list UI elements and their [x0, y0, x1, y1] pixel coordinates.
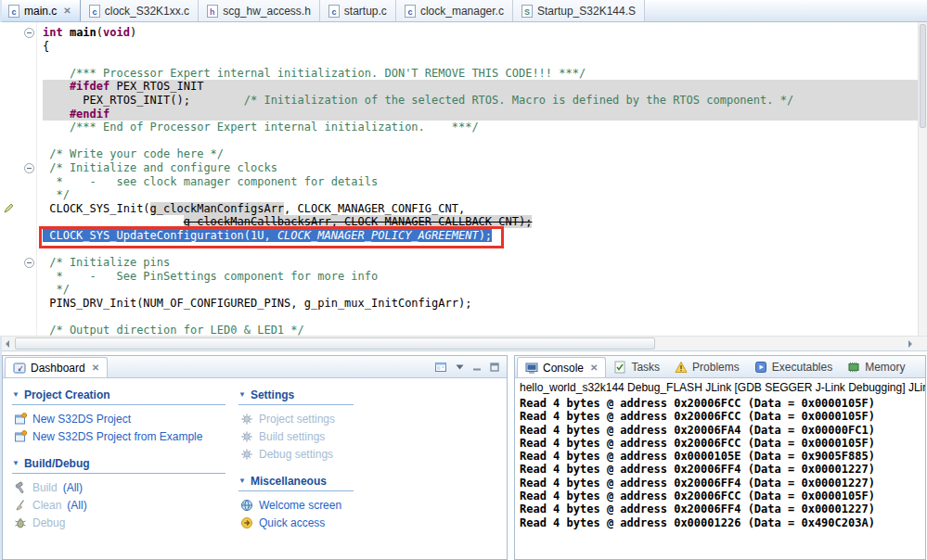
code-line-22[interactable] — [43, 310, 918, 324]
gutter-marker-icon — [3, 202, 15, 214]
editor-tab-clock-manager-c[interactable]: cclock_manager.c — [396, 0, 513, 21]
new-s32ds-project-from-example-link[interactable]: New S32DS Project from Example — [32, 430, 202, 443]
settings-icon — [240, 413, 253, 426]
console-title: hello_world_s32k144 Debug_FLASH JLink [G… — [515, 378, 925, 395]
code-line-4[interactable]: /*** Processor Expert internal initializ… — [43, 67, 918, 81]
dashboard-view: Dashboard ✕ ▼Project CreationNew S32DS P… — [2, 355, 508, 560]
tab-memory[interactable]: Memory — [840, 357, 912, 377]
editor-tab-startup-c[interactable]: cstartup.c — [320, 0, 396, 21]
new-project-icon — [14, 430, 27, 443]
c-file-icon: c — [405, 5, 416, 18]
collapse-triangle-icon: ▼ — [238, 477, 246, 485]
maximize-icon[interactable] — [490, 363, 499, 372]
tab-label: Tasks — [631, 361, 660, 374]
console-output[interactable]: Read 4 bytes @ address 0x20006FCC (Data … — [515, 395, 925, 529]
code-line-18[interactable]: /* Initialize pins — [43, 256, 918, 270]
code-line-9[interactable] — [43, 134, 918, 148]
dashboard-item-project-settings: Project settings — [238, 410, 507, 427]
clean-all-link[interactable]: (All) — [67, 499, 86, 512]
collapse-triangle-icon: ▼ — [238, 390, 246, 399]
code-line-8[interactable]: /*** End of Processor Expert internal in… — [43, 121, 918, 134]
close-tab-icon[interactable]: ✕ — [63, 6, 71, 16]
code-line-7[interactable]: #endif — [43, 108, 918, 121]
tab-console[interactable]: Console✕ — [517, 357, 606, 377]
code-text-area[interactable]: int main(void){ /*** Processor Expert in… — [0, 22, 918, 336]
dashboard-section-settings[interactable]: ▼Settings — [238, 388, 507, 401]
editor-area: cmain.c✕cclock_S32K1xx.chscg_hw_access.h… — [0, 0, 927, 351]
code-line-3[interactable] — [43, 53, 918, 67]
code-line-5[interactable]: #ifdef PEX_RTOS_INIT — [43, 80, 918, 94]
tab-label: Executables — [772, 361, 832, 374]
editor-tab-label: clock_manager.c — [420, 5, 504, 18]
fold-collapse-icon[interactable] — [24, 28, 34, 38]
welcome-screen-link[interactable]: Welcome screen — [259, 499, 341, 512]
tab-problems[interactable]: Problems — [667, 357, 747, 377]
dashboard-header: Dashboard ✕ — [3, 356, 507, 378]
left-arrow-icon — [2, 340, 9, 348]
broom-icon — [14, 499, 27, 512]
editor-tab-main-c[interactable]: cmain.c✕ — [0, 0, 81, 21]
fold-collapse-icon[interactable] — [24, 163, 34, 173]
code-line-6[interactable]: PEX_RTOS_INIT(); /* Initialization of th… — [43, 94, 918, 108]
code-line-12[interactable]: * - see clock manager component for deta… — [43, 175, 918, 189]
code-line-23[interactable]: /* Output direction for LED0 & LED1 */ — [43, 324, 918, 336]
collapse-triangle-icon: ▼ — [12, 390, 19, 399]
code-line-2[interactable]: { — [43, 40, 918, 54]
c-file-icon: c — [8, 5, 19, 18]
dashboard-section-build-debug[interactable]: ▼Build/Debug — [12, 456, 227, 470]
new-s32ds-project-link[interactable]: New S32DS Project — [32, 413, 131, 426]
console-view: Console✕TasksProblemsExecutablesMemory h… — [514, 355, 926, 560]
tab-executables[interactable]: Executables — [747, 357, 840, 377]
dashboard-item-build-settings: Build settings — [238, 427, 507, 445]
open-dashboard-icon[interactable] — [434, 361, 447, 374]
view-menu-icon[interactable] — [456, 364, 464, 370]
editor-horizontal-scrollbar[interactable] — [0, 336, 927, 350]
scroll-left-button[interactable] — [1, 338, 13, 350]
code-line-1[interactable]: int main(void) — [43, 26, 918, 40]
section-divider — [238, 490, 354, 491]
debug-link: Debug — [32, 516, 65, 529]
code-line-11[interactable]: /* Initialize and configure clocks — [43, 161, 918, 175]
editor-tab-label: Startup_S32K144.S — [537, 5, 636, 18]
dashboard-item-clean: Clean(All) — [12, 496, 227, 514]
highlight-annotation-box — [39, 226, 504, 248]
build-settings-link: Build settings — [259, 430, 325, 443]
code-line-20[interactable]: */ — [43, 283, 918, 297]
horizontal-scroll-thumb[interactable] — [15, 337, 655, 350]
section-title: Settings — [251, 388, 294, 401]
right-arrow-icon — [908, 340, 916, 348]
console-line: Read 4 bytes @ address 0x20006FF4 (Data … — [520, 463, 925, 476]
memory-icon — [847, 361, 860, 374]
dashboard-section-project-creation[interactable]: ▼Project Creation — [12, 388, 227, 401]
editor-tab-startup-s32k144-s[interactable]: SStartup_S32K144.S — [513, 0, 645, 21]
dashboard-section-miscellaneous[interactable]: ▼Miscellaneous — [238, 474, 507, 488]
code-line-10[interactable]: /* Write your code here */ — [43, 147, 918, 161]
s32ds-ide-window: cmain.c✕cclock_S32K1xx.chscg_hw_access.h… — [0, 0, 927, 560]
section-divider — [12, 404, 225, 405]
code-line-14[interactable]: CLOCK_SYS_Init(g_clockManConfigsArr, CLO… — [43, 202, 918, 216]
collapse-triangle-icon: ▼ — [12, 459, 19, 467]
code-line-19[interactable]: * - See PinSettings component for more i… — [43, 270, 918, 284]
build-all-link[interactable]: (All) — [63, 481, 83, 494]
scroll-right-button[interactable] — [905, 338, 917, 350]
code-line-13[interactable]: */ — [43, 188, 918, 202]
console-line: Read 4 bytes @ address 0x20006FF4 (Data … — [520, 503, 925, 515]
close-view-icon[interactable]: ✕ — [92, 363, 99, 373]
close-console-icon[interactable]: ✕ — [590, 363, 598, 373]
code-line-21[interactable]: PINS_DRV_Init(NUM_OF_CONFIGURED_PINS, g_… — [43, 297, 918, 311]
editor-tab-clock-s32k1xx-c[interactable]: cclock_S32K1xx.c — [81, 0, 199, 21]
editor-tab-scg-hw-access-h[interactable]: hscg_hw_access.h — [199, 0, 320, 21]
vertical-scroll-thumb[interactable] — [920, 24, 926, 128]
quick-access-link[interactable]: Quick access — [259, 516, 325, 529]
dashboard-item-debug: Debug — [12, 514, 227, 531]
settings-icon — [240, 430, 253, 443]
tab-tasks[interactable]: Tasks — [606, 357, 667, 377]
editor-vertical-scrollbar[interactable] — [918, 22, 927, 336]
dashboard-item-quick-access: Quick access — [238, 514, 507, 531]
minimize-icon[interactable] — [472, 363, 482, 372]
tab-dashboard[interactable]: Dashboard ✕ — [5, 357, 108, 377]
c-file-icon: c — [89, 5, 100, 18]
tab-label: Console — [543, 362, 584, 375]
svg-text:h: h — [210, 6, 215, 16]
editor-tab-bar: cmain.c✕cclock_S32K1xx.chscg_hw_access.h… — [0, 0, 927, 22]
